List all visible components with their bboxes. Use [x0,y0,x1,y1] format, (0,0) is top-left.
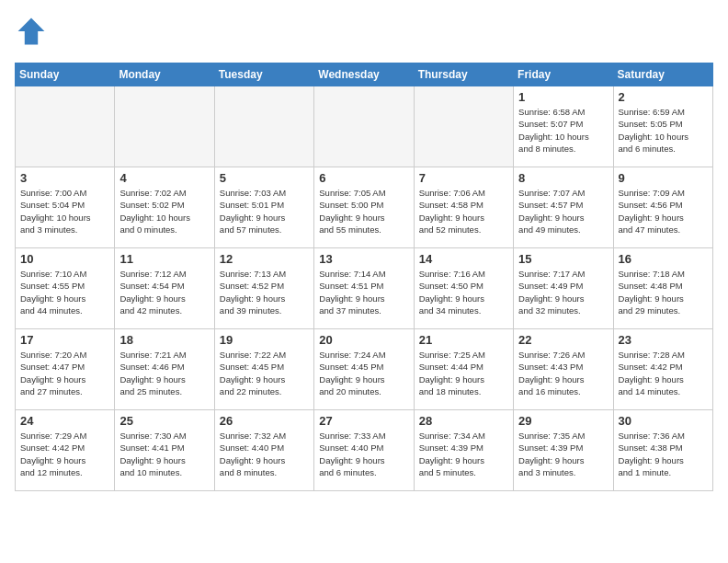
page-header [15,15,713,48]
col-header-saturday: Saturday [613,63,712,86]
day-info: Sunrise: 7:29 AMSunset: 4:42 PMDaylight:… [20,430,109,478]
day-info: Sunrise: 6:59 AMSunset: 5:05 PMDaylight:… [619,106,708,155]
col-header-friday: Friday [514,63,613,86]
day-number: 16 [619,252,708,266]
calendar-cell [214,86,313,167]
day-info: Sunrise: 7:18 AMSunset: 4:48 PMDaylight:… [619,268,708,316]
day-info: Sunrise: 7:16 AMSunset: 4:50 PMDaylight:… [419,268,508,316]
calendar-cell: 8Sunrise: 7:07 AMSunset: 4:57 PMDaylight… [514,167,613,248]
calendar-cell: 19Sunrise: 7:22 AMSunset: 4:45 PMDayligh… [214,329,313,410]
calendar-cell: 7Sunrise: 7:06 AMSunset: 4:58 PMDaylight… [414,167,513,248]
day-info: Sunrise: 7:00 AMSunset: 5:04 PMDaylight:… [20,187,109,236]
day-number: 6 [319,171,408,185]
calendar-cell: 29Sunrise: 7:35 AMSunset: 4:39 PMDayligh… [514,410,613,491]
day-info: Sunrise: 7:10 AMSunset: 4:55 PMDaylight:… [20,268,109,316]
day-info: Sunrise: 7:07 AMSunset: 4:57 PMDaylight:… [518,187,608,236]
calendar-cell: 24Sunrise: 7:29 AMSunset: 4:42 PMDayligh… [16,410,115,491]
day-info: Sunrise: 7:26 AMSunset: 4:43 PMDaylight:… [518,349,608,397]
day-number: 28 [419,414,508,428]
day-number: 14 [419,252,508,266]
day-number: 1 [518,90,608,104]
day-info: Sunrise: 7:24 AMSunset: 4:45 PMDaylight:… [319,349,408,397]
logo [15,15,53,48]
calendar-cell: 16Sunrise: 7:18 AMSunset: 4:48 PMDayligh… [613,248,712,329]
day-number: 8 [518,171,608,185]
calendar-cell: 22Sunrise: 7:26 AMSunset: 4:43 PMDayligh… [514,329,613,410]
day-info: Sunrise: 7:22 AMSunset: 4:45 PMDaylight:… [220,349,309,397]
day-info: Sunrise: 7:13 AMSunset: 4:52 PMDaylight:… [220,268,309,316]
day-info: Sunrise: 6:58 AMSunset: 5:07 PMDaylight:… [518,106,608,155]
calendar-cell: 9Sunrise: 7:09 AMSunset: 4:56 PMDaylight… [613,167,712,248]
day-number: 9 [619,171,708,185]
day-number: 24 [20,414,109,428]
calendar-cell: 5Sunrise: 7:03 AMSunset: 5:01 PMDaylight… [214,167,313,248]
day-info: Sunrise: 7:33 AMSunset: 4:40 PMDaylight:… [319,430,408,478]
svg-marker-0 [18,18,45,45]
week-row-1: 3Sunrise: 7:00 AMSunset: 5:04 PMDaylight… [16,167,713,248]
day-info: Sunrise: 7:05 AMSunset: 5:00 PMDaylight:… [319,187,408,236]
day-info: Sunrise: 7:06 AMSunset: 4:58 PMDaylight:… [419,187,508,236]
day-info: Sunrise: 7:12 AMSunset: 4:54 PMDaylight:… [119,268,209,316]
day-info: Sunrise: 7:35 AMSunset: 4:39 PMDaylight:… [518,430,608,478]
day-number: 30 [619,414,708,428]
calendar-cell: 13Sunrise: 7:14 AMSunset: 4:51 PMDayligh… [314,248,414,329]
day-number: 11 [119,252,209,266]
calendar-cell [16,86,115,167]
day-number: 25 [119,414,209,428]
day-number: 19 [220,333,309,347]
day-number: 18 [119,333,209,347]
day-info: Sunrise: 7:34 AMSunset: 4:39 PMDaylight:… [419,430,508,478]
day-number: 5 [220,171,309,185]
day-number: 29 [518,414,608,428]
calendar-cell: 25Sunrise: 7:30 AMSunset: 4:41 PMDayligh… [115,410,214,491]
day-info: Sunrise: 7:17 AMSunset: 4:49 PMDaylight:… [518,268,608,316]
day-info: Sunrise: 7:14 AMSunset: 4:51 PMDaylight:… [319,268,408,316]
day-info: Sunrise: 7:36 AMSunset: 4:38 PMDaylight:… [619,430,708,478]
calendar-cell: 2Sunrise: 6:59 AMSunset: 5:05 PMDaylight… [613,86,712,167]
day-number: 15 [518,252,608,266]
day-info: Sunrise: 7:09 AMSunset: 4:56 PMDaylight:… [619,187,708,236]
calendar-cell: 10Sunrise: 7:10 AMSunset: 4:55 PMDayligh… [16,248,115,329]
calendar-table: SundayMondayTuesdayWednesdayThursdayFrid… [15,63,713,491]
day-number: 20 [319,333,408,347]
day-info: Sunrise: 7:21 AMSunset: 4:46 PMDaylight:… [119,349,209,397]
col-header-thursday: Thursday [414,63,513,86]
day-number: 21 [419,333,508,347]
logo-icon [15,15,48,48]
day-number: 13 [319,252,408,266]
day-number: 22 [518,333,608,347]
calendar-cell: 27Sunrise: 7:33 AMSunset: 4:40 PMDayligh… [314,410,414,491]
day-info: Sunrise: 7:28 AMSunset: 4:42 PMDaylight:… [619,349,708,397]
calendar-cell: 15Sunrise: 7:17 AMSunset: 4:49 PMDayligh… [514,248,613,329]
day-number: 12 [220,252,309,266]
day-number: 7 [419,171,508,185]
day-info: Sunrise: 7:30 AMSunset: 4:41 PMDaylight:… [119,430,209,478]
day-info: Sunrise: 7:32 AMSunset: 4:40 PMDaylight:… [220,430,309,478]
calendar-cell: 20Sunrise: 7:24 AMSunset: 4:45 PMDayligh… [314,329,414,410]
day-number: 26 [220,414,309,428]
calendar-cell [414,86,513,167]
col-header-tuesday: Tuesday [214,63,313,86]
calendar-cell: 21Sunrise: 7:25 AMSunset: 4:44 PMDayligh… [414,329,513,410]
day-number: 23 [619,333,708,347]
calendar-cell [314,86,414,167]
col-header-wednesday: Wednesday [314,63,414,86]
day-info: Sunrise: 7:03 AMSunset: 5:01 PMDaylight:… [220,187,309,236]
calendar-cell: 3Sunrise: 7:00 AMSunset: 5:04 PMDaylight… [16,167,115,248]
calendar-cell: 28Sunrise: 7:34 AMSunset: 4:39 PMDayligh… [414,410,513,491]
calendar-cell [115,86,214,167]
col-header-monday: Monday [115,63,214,86]
calendar-cell: 11Sunrise: 7:12 AMSunset: 4:54 PMDayligh… [115,248,214,329]
calendar-cell: 18Sunrise: 7:21 AMSunset: 4:46 PMDayligh… [115,329,214,410]
day-number: 10 [20,252,109,266]
calendar-cell: 1Sunrise: 6:58 AMSunset: 5:07 PMDaylight… [514,86,613,167]
calendar-cell: 4Sunrise: 7:02 AMSunset: 5:02 PMDaylight… [115,167,214,248]
day-number: 4 [119,171,209,185]
col-header-sunday: Sunday [16,63,115,86]
day-info: Sunrise: 7:20 AMSunset: 4:47 PMDaylight:… [20,349,109,397]
calendar-cell: 12Sunrise: 7:13 AMSunset: 4:52 PMDayligh… [214,248,313,329]
day-number: 17 [20,333,109,347]
day-number: 3 [20,171,109,185]
calendar-cell: 26Sunrise: 7:32 AMSunset: 4:40 PMDayligh… [214,410,313,491]
calendar-cell: 30Sunrise: 7:36 AMSunset: 4:38 PMDayligh… [613,410,712,491]
